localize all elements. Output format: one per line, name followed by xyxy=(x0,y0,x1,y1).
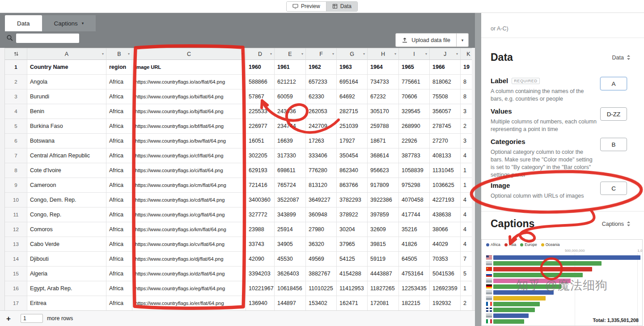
table-cell[interactable]: 417744 xyxy=(399,207,430,222)
table-cell[interactable]: 408133 xyxy=(430,148,461,163)
table-cell[interactable]: 4227193 xyxy=(430,193,461,207)
table-cell[interactable]: 305170 xyxy=(368,104,399,119)
column-letter-c[interactable]: C▾ xyxy=(132,48,246,60)
table-cell[interactable]: 70353 xyxy=(430,252,461,267)
captions-sheet-selector[interactable]: Captions xyxy=(602,221,631,227)
row-number[interactable]: 4 xyxy=(5,104,27,119)
table-cell[interactable]: 4753164 xyxy=(399,267,430,281)
table-cell[interactable]: Cabo Verde xyxy=(27,237,106,252)
table-cell[interactable]: 45530 xyxy=(275,252,306,267)
table-cell[interactable]: Egypt, Arab Rep. xyxy=(27,281,106,296)
table-cell[interactable]: 153402 xyxy=(306,296,337,311)
column-letter-j[interactable]: J▾ xyxy=(430,48,461,60)
table-cell[interactable]: Image URL xyxy=(132,60,246,75)
table-cell[interactable]: 10618456 xyxy=(275,281,306,296)
table-cell[interactable]: 1962 xyxy=(306,60,337,75)
table-cell[interactable]: 27270 xyxy=(430,134,461,148)
sheet-tab-captions[interactable]: Captions ▾ xyxy=(42,15,96,31)
table-cell[interactable]: 775661 xyxy=(399,75,430,89)
table-cell[interactable]: https://www.countryflags.io/bf/flat/64.p… xyxy=(132,119,246,134)
add-row-button[interactable]: + xyxy=(6,315,11,322)
column-selector-values[interactable]: D-ZZ xyxy=(600,107,627,121)
table-cell[interactable]: 64505 xyxy=(399,252,430,267)
table-cell[interactable]: Benin xyxy=(27,104,106,119)
table-cell[interactable]: Africa xyxy=(106,148,132,163)
table-cell[interactable]: 1058839 xyxy=(399,163,430,178)
table-cell[interactable]: 695164 xyxy=(337,75,368,89)
column-filter-caret-icon[interactable]: ▾ xyxy=(128,52,130,56)
table-cell[interactable]: 3 xyxy=(461,104,472,119)
table-cell[interactable]: Central African Republic xyxy=(27,148,106,163)
table-cell[interactable]: 975298 xyxy=(399,178,430,193)
rows-count-input[interactable] xyxy=(21,314,43,323)
table-cell[interactable]: 1036625 xyxy=(430,178,461,193)
table-cell[interactable]: 917809 xyxy=(368,178,399,193)
table-cell[interactable]: Comoros xyxy=(27,222,106,237)
row-number[interactable]: 2 xyxy=(5,75,27,89)
table-cell[interactable]: 3626403 xyxy=(275,267,306,281)
table-cell[interactable]: 1963 xyxy=(337,60,368,75)
table-cell[interactable]: Angola xyxy=(27,75,106,89)
table-cell[interactable]: 302205 xyxy=(246,148,275,163)
table-cell[interactable]: 378922 xyxy=(337,207,368,222)
column-letter-h[interactable]: H▾ xyxy=(368,48,399,60)
table-cell[interactable]: 18671 xyxy=(368,134,399,148)
table-cell[interactable]: 368614 xyxy=(368,148,399,163)
table-cell[interactable]: 438638 xyxy=(430,207,461,222)
column-letter-a[interactable]: A▾ xyxy=(27,48,106,60)
table-cell[interactable]: 12692359 xyxy=(430,281,461,296)
table-cell[interactable]: 1965 xyxy=(399,60,430,75)
table-cell[interactable]: 41826 xyxy=(399,237,430,252)
table-cell[interactable]: 251039 xyxy=(337,119,368,134)
table-cell[interactable]: https://www.countryflags.io/bw/flat/64.p… xyxy=(132,134,246,148)
data-sheet-selector[interactable]: Data xyxy=(612,55,631,61)
data-tab[interactable]: Data xyxy=(326,2,357,11)
table-cell[interactable]: Country Name xyxy=(27,60,106,75)
row-number[interactable]: 10 xyxy=(5,193,27,207)
table-cell[interactable]: 44029 xyxy=(430,237,461,252)
table-cell[interactable]: 356057 xyxy=(430,104,461,119)
table-cell[interactable]: 8 xyxy=(461,89,472,104)
table-cell[interactable]: 3394203 xyxy=(246,267,275,281)
table-cell[interactable]: 4070458 xyxy=(399,193,430,207)
row-number[interactable]: 8 xyxy=(5,163,27,178)
table-cell[interactable]: 1131045 xyxy=(430,163,461,178)
table-cell[interactable]: 7 xyxy=(461,252,472,267)
table-cell[interactable]: 329545 xyxy=(399,104,430,119)
table-cell[interactable]: 36320 xyxy=(306,237,337,252)
table-cell[interactable]: 629193 xyxy=(246,163,275,178)
table-cell[interactable]: 4 xyxy=(461,207,472,222)
table-cell[interactable]: Botswana xyxy=(27,134,106,148)
table-cell[interactable]: 23988 xyxy=(246,222,275,237)
table-cell[interactable]: 268990 xyxy=(399,119,430,134)
table-cell[interactable]: 59119 xyxy=(368,252,399,267)
table-cell[interactable]: Algeria xyxy=(27,267,106,281)
table-cell[interactable]: 182215 xyxy=(399,296,430,311)
table-cell[interactable]: Africa xyxy=(106,119,132,134)
table-cell[interactable]: Cote d'Ivoire xyxy=(27,163,106,178)
column-letter-k[interactable]: K▾ xyxy=(461,48,472,60)
table-cell[interactable]: 657233 xyxy=(306,75,337,89)
table-cell[interactable]: 1 xyxy=(461,281,472,296)
table-cell[interactable]: 1 xyxy=(461,163,472,178)
table-cell[interactable]: Africa xyxy=(106,296,132,311)
table-cell[interactable]: 16051 xyxy=(246,134,275,148)
column-filter-caret-icon[interactable]: ▾ xyxy=(363,52,365,56)
column-selector-categories[interactable]: B xyxy=(600,138,627,151)
table-cell[interactable]: 25914 xyxy=(275,222,306,237)
table-cell[interactable]: 242709 xyxy=(306,119,337,134)
table-cell[interactable]: 813120 xyxy=(306,178,337,193)
column-letter-b[interactable]: B▾ xyxy=(106,48,132,60)
table-cell[interactable]: 10221967 xyxy=(246,281,275,296)
table-cell[interactable]: Africa xyxy=(106,104,132,119)
row-number[interactable]: 9 xyxy=(5,178,27,193)
table-cell[interactable]: 4 xyxy=(461,193,472,207)
table-cell[interactable]: 327772 xyxy=(246,207,275,222)
row-number[interactable]: 1 xyxy=(5,60,27,75)
table-cell[interactable]: 1960 xyxy=(246,60,275,75)
row-number[interactable]: 5 xyxy=(5,119,27,134)
table-cell[interactable]: 162471 xyxy=(337,296,368,311)
table-cell[interactable]: 11010225 xyxy=(306,281,337,296)
table-cell[interactable]: 862340 xyxy=(337,163,368,178)
table-cell[interactable]: 16639 xyxy=(275,134,306,148)
